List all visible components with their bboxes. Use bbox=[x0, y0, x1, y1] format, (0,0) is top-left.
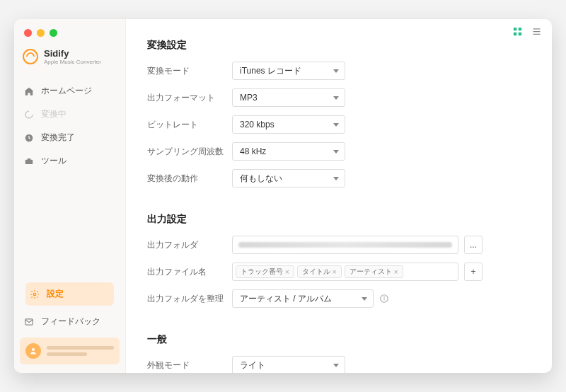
row-organize: 出力フォルダを整理 アーティスト / アルバム bbox=[147, 289, 531, 308]
converting-icon bbox=[24, 110, 34, 120]
label-appearance: 外観モード bbox=[147, 359, 232, 371]
sidebar-item-label: 変換完了 bbox=[41, 132, 75, 144]
label-sample: サンプリング周波数 bbox=[147, 146, 232, 158]
info-icon[interactable] bbox=[379, 294, 389, 304]
sidebar-item-label: 設定 bbox=[47, 288, 64, 300]
settings-panel: 変換設定 変換モード iTunes レコード 出力フォーマット MP3 ビットレ… bbox=[126, 19, 552, 373]
row-after: 変換後の動作 何もしない bbox=[147, 169, 531, 188]
row-output-folder: 出力フォルダ ... bbox=[147, 236, 531, 254]
sidebar: Sidify Apple Music Converter ホームページ 変換中 … bbox=[14, 19, 126, 373]
avatar bbox=[25, 343, 41, 359]
section-title-conversion: 変換設定 bbox=[147, 39, 531, 52]
tag-track[interactable]: トラック番号× bbox=[236, 265, 294, 278]
gear-icon bbox=[30, 289, 40, 299]
label-format: 出力フォーマット bbox=[147, 92, 232, 104]
sidebar-item-label: 変換中 bbox=[41, 108, 67, 120]
remove-tag-icon[interactable]: × bbox=[333, 268, 337, 276]
sidebar-item-home[interactable]: ホームページ bbox=[14, 79, 125, 103]
clock-icon bbox=[24, 133, 34, 143]
user-card[interactable] bbox=[20, 338, 120, 364]
svg-rect-2 bbox=[28, 158, 31, 159]
home-icon bbox=[24, 86, 34, 96]
select-format[interactable]: MP3 bbox=[232, 88, 345, 107]
sidebar-item-label: ツール bbox=[41, 155, 67, 167]
mail-icon bbox=[24, 317, 34, 327]
select-appearance[interactable]: ライト bbox=[232, 356, 345, 373]
label-organize: 出力フォルダを整理 bbox=[147, 293, 232, 305]
section-title-general: 一般 bbox=[147, 333, 531, 346]
sidebar-bottom: 設定 フィードバック bbox=[14, 277, 125, 373]
sidebar-item-label: ホームページ bbox=[41, 85, 92, 97]
select-organize[interactable]: アーティスト / アルバム bbox=[232, 289, 374, 308]
sidebar-item-feedback[interactable]: フィードバック bbox=[20, 310, 120, 333]
brand-sub: Apple Music Converter bbox=[44, 59, 101, 65]
select-bitrate[interactable]: 320 kbps bbox=[232, 115, 345, 134]
section-title-output: 出力設定 bbox=[147, 213, 531, 226]
label-output-folder: 出力フォルダ bbox=[147, 239, 232, 251]
app-window: Sidify Apple Music Converter ホームページ 変換中 … bbox=[14, 19, 552, 373]
window-controls bbox=[14, 19, 125, 44]
remove-tag-icon[interactable]: × bbox=[394, 268, 398, 276]
select-mode[interactable]: iTunes レコード bbox=[232, 62, 345, 80]
row-sample: サンプリング周波数 48 kHz bbox=[147, 142, 531, 161]
label-bitrate: ビットレート bbox=[147, 119, 232, 131]
tag-title[interactable]: タイトル× bbox=[297, 265, 342, 278]
select-sample[interactable]: 48 kHz bbox=[232, 142, 345, 161]
label-after: 変換後の動作 bbox=[147, 173, 232, 185]
label-mode: 変換モード bbox=[147, 65, 232, 77]
close-window-button[interactable] bbox=[24, 29, 32, 37]
svg-point-3 bbox=[33, 293, 36, 296]
label-output-filename: 出力ファイル名 bbox=[147, 266, 232, 278]
nav: ホームページ 変換中 変換完了 ツール bbox=[14, 74, 125, 277]
add-tag-button[interactable]: + bbox=[464, 263, 483, 281]
output-folder-path bbox=[238, 242, 452, 248]
brand-icon bbox=[23, 49, 38, 64]
row-format: 出力フォーマット MP3 bbox=[147, 88, 531, 107]
row-bitrate: ビットレート 320 kbps bbox=[147, 115, 531, 134]
row-mode: 変換モード iTunes レコード bbox=[147, 62, 531, 80]
row-appearance: 外観モード ライト bbox=[147, 356, 531, 373]
row-output-filename: 出力ファイル名 トラック番号× タイトル× アーティスト× + bbox=[147, 263, 531, 281]
remove-tag-icon[interactable]: × bbox=[285, 268, 289, 276]
svg-point-5 bbox=[32, 348, 35, 351]
user-info bbox=[47, 346, 114, 356]
maximize-window-button[interactable] bbox=[50, 29, 57, 37]
brand-name: Sidify bbox=[44, 48, 101, 59]
filename-tags-field[interactable]: トラック番号× タイトル× アーティスト× bbox=[232, 263, 458, 281]
sidebar-item-settings[interactable]: 設定 bbox=[25, 282, 114, 306]
toolbox-icon bbox=[24, 156, 34, 166]
select-after[interactable]: 何もしない bbox=[232, 169, 345, 188]
browse-folder-button[interactable]: ... bbox=[464, 236, 483, 254]
tag-artist[interactable]: アーティスト× bbox=[345, 265, 403, 278]
svg-point-15 bbox=[384, 296, 385, 297]
output-folder-field[interactable] bbox=[232, 236, 458, 254]
svg-rect-1 bbox=[25, 159, 33, 163]
sidebar-item-label: フィードバック bbox=[41, 316, 100, 328]
minimize-window-button[interactable] bbox=[37, 29, 45, 37]
sidebar-item-completed[interactable]: 変換完了 bbox=[14, 126, 125, 149]
brand: Sidify Apple Music Converter bbox=[14, 44, 125, 74]
sidebar-item-converting[interactable]: 変換中 bbox=[14, 103, 125, 126]
sidebar-item-tools[interactable]: ツール bbox=[14, 149, 125, 173]
